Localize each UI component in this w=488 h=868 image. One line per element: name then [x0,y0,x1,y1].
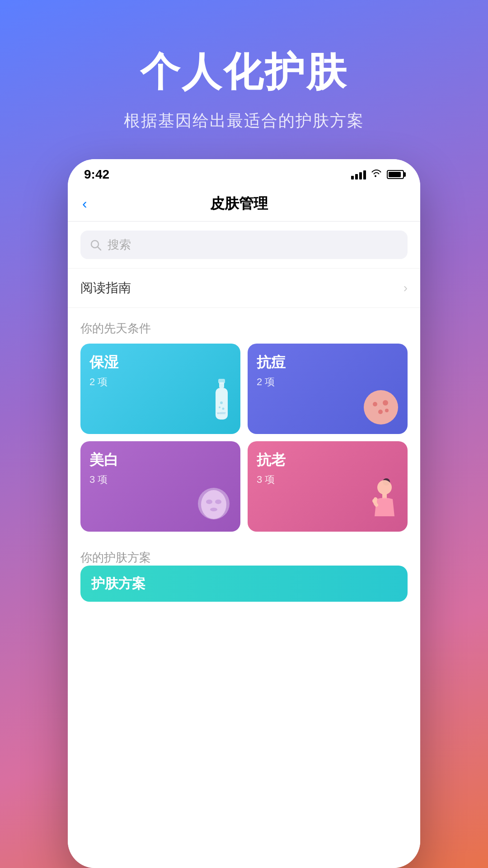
hero-subtitle: 根据基因给出最适合的护肤方案 [124,110,364,132]
nav-bar: ‹ 皮肤管理 [68,186,420,222]
innate-section-title: 你的先天条件 [80,321,151,335]
svg-point-10 [373,402,377,406]
skincare-plan-label: 护肤方案 [91,575,145,593]
search-icon [89,239,102,251]
battery-icon [387,170,404,179]
svg-point-22 [372,499,377,503]
card-antiaging[interactable]: 抗老 3 项 [248,441,408,532]
status-time: 9:42 [84,167,109,182]
reading-guide-row[interactable]: 阅读指南 › [68,268,420,308]
svg-point-9 [364,390,398,425]
cards-grid: 保湿 2 项 [68,344,420,541]
reading-guide-label: 阅读指南 [80,279,131,297]
svg-point-7 [222,408,225,410]
svg-point-16 [206,500,212,504]
svg-point-12 [378,410,383,414]
chevron-right-icon: › [404,281,408,295]
content-area: 搜索 阅读指南 › 你的先天条件 保湿 2 项 [68,222,420,868]
search-container: 搜索 [68,222,420,268]
page-title: 皮肤管理 [93,194,386,214]
antiaging-person-illustration [367,476,401,527]
card-whitening[interactable]: 美白 3 项 [80,441,240,532]
svg-point-15 [201,490,226,519]
plan-section: 你的护肤方案 护肤方案 [68,541,420,602]
signal-icon [351,170,366,179]
acne-face-illustration [361,387,401,429]
skincare-plan-card[interactable]: 护肤方案 [80,566,408,602]
wifi-icon [371,169,382,180]
svg-point-20 [377,480,392,495]
phone-mockup: 9:42 ‹ 皮肤管理 [68,159,420,868]
svg-rect-3 [219,382,224,388]
card-acne-title: 抗痘 [257,353,399,373]
search-placeholder: 搜索 [108,237,131,253]
hero-section: 个人化护肤 根据基因给出最适合的护肤方案 [0,0,488,159]
card-moisturize-title: 保湿 [89,353,231,373]
svg-text:water: water [216,411,226,415]
status-icons [351,169,404,180]
status-bar: 9:42 [68,159,420,186]
svg-point-6 [219,406,221,408]
water-bottle-illustration: water [209,378,234,429]
face-mask-illustration [193,485,234,527]
svg-line-1 [98,247,101,250]
innate-section: 你的先天条件 [68,308,420,344]
svg-point-5 [220,401,223,404]
hero-title: 个人化护肤 [140,45,348,99]
plan-section-title: 你的护肤方案 [80,551,151,564]
card-acne[interactable]: 抗痘 2 项 [248,344,408,434]
svg-point-17 [215,500,221,504]
svg-point-11 [383,400,388,406]
back-button[interactable]: ‹ [82,193,93,214]
card-whitening-title: 美白 [89,450,231,470]
card-antiaging-title: 抗老 [257,450,399,470]
svg-point-18 [210,508,217,511]
svg-point-13 [385,409,389,412]
card-moisturize[interactable]: 保湿 2 项 [80,344,240,434]
search-bar[interactable]: 搜索 [80,231,408,259]
